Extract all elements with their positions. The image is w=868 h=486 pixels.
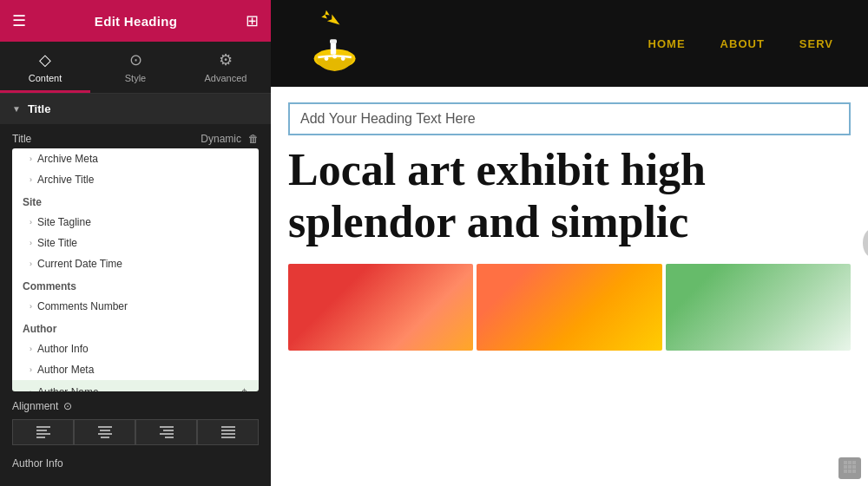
- dynamic-label[interactable]: Dynamic: [201, 133, 241, 145]
- nav-about[interactable]: ABOUT: [720, 37, 765, 50]
- arrow-icon: ›: [30, 388, 32, 391]
- top-bar: ☰ Edit Heading ⊞: [0, 0, 271, 42]
- arrow-icon: ›: [30, 218, 32, 227]
- author-info-section: Author Info: [0, 450, 271, 476]
- tab-content-label: Content: [29, 73, 62, 83]
- arrow-icon: ›: [30, 259, 32, 268]
- delete-icon[interactable]: 🗑: [248, 133, 259, 145]
- image-thumb-2: [477, 264, 661, 351]
- large-heading-line2: splendor and simplic: [288, 197, 688, 246]
- dropdown-item-archive-meta[interactable]: › Archive Meta: [12, 148, 259, 169]
- heading-placeholder-text: Add Your Heading Text Here: [300, 111, 476, 126]
- dropdown-item-archive-title[interactable]: › Archive Title: [12, 169, 259, 190]
- title-actions: Dynamic 🗑: [201, 133, 259, 145]
- logo-icon: [306, 9, 375, 78]
- item-label: Current Date Time: [37, 258, 122, 270]
- svg-rect-25: [844, 465, 847, 469]
- dropdown-item-author-name[interactable]: › Author Name ⌖: [12, 380, 259, 391]
- svg-rect-14: [221, 433, 235, 435]
- alignment-icon: ⊙: [63, 400, 72, 412]
- alignment-label: Alignment ⊙: [12, 400, 259, 412]
- tab-advanced[interactable]: ⚙ Advanced: [181, 42, 271, 93]
- svg-point-20: [332, 55, 337, 59]
- arrow-icon: ›: [30, 365, 32, 374]
- title-field-label: Title: [12, 133, 31, 145]
- svg-rect-15: [221, 437, 235, 438]
- advanced-tab-icon: ⚙: [219, 50, 233, 69]
- tab-content[interactable]: ◇ Content: [0, 42, 90, 93]
- arrow-icon: ›: [30, 175, 32, 184]
- svg-rect-18: [330, 39, 337, 43]
- alignment-buttons: [12, 419, 259, 445]
- bottom-right-grid-icon[interactable]: [838, 457, 861, 479]
- svg-rect-6: [98, 433, 112, 435]
- item-label: Site Title: [37, 237, 77, 249]
- dropdown-item-site-tagline[interactable]: › Site Tagline: [12, 212, 259, 233]
- section-title-header[interactable]: ▼ Title: [0, 94, 271, 124]
- hamburger-icon[interactable]: ☰: [12, 11, 26, 30]
- item-label: Author Info: [37, 343, 89, 355]
- align-right-button[interactable]: [135, 419, 197, 445]
- svg-rect-10: [160, 433, 174, 435]
- website-header: HOME ABOUT SERV: [271, 0, 868, 87]
- group-label-site: Site: [12, 190, 259, 212]
- svg-rect-8: [160, 426, 174, 428]
- tab-style-label: Style: [125, 73, 146, 83]
- align-center-button[interactable]: [74, 419, 135, 445]
- svg-point-21: [341, 56, 345, 61]
- alignment-section: Alignment ⊙: [0, 391, 271, 450]
- content-area: Add Your Heading Text Here Local art exh…: [271, 87, 868, 486]
- tab-style[interactable]: ⊙ Style: [90, 42, 181, 93]
- svg-rect-7: [101, 437, 109, 438]
- dropdown-item-comments-number[interactable]: › Comments Number: [12, 296, 259, 317]
- dropdown-item-author-info[interactable]: › Author Info: [12, 338, 259, 359]
- svg-rect-27: [852, 465, 856, 469]
- section-arrow-icon: ▼: [12, 104, 21, 114]
- tab-advanced-label: Advanced: [205, 73, 247, 83]
- item-label: Archive Meta: [37, 153, 98, 165]
- svg-point-19: [325, 56, 329, 61]
- panel-content: ▼ Title Title Dynamic 🗑 › Archive Meta ›…: [0, 94, 271, 486]
- grid-icon[interactable]: ⊞: [246, 11, 259, 30]
- title-dropdown[interactable]: › Archive Meta › Archive Title Site › Si…: [12, 148, 259, 391]
- author-info-label: Author Info: [12, 457, 63, 470]
- section-title-label: Title: [28, 102, 51, 115]
- svg-rect-17: [331, 42, 336, 54]
- item-label: Archive Title: [37, 174, 94, 186]
- svg-rect-13: [221, 430, 235, 431]
- svg-rect-0: [36, 426, 50, 428]
- svg-rect-29: [848, 470, 852, 473]
- item-label: Comments Number: [37, 300, 128, 312]
- arrow-icon: ›: [30, 239, 32, 247]
- nav-home[interactable]: HOME: [648, 37, 686, 50]
- heading-input[interactable]: Add Your Heading Text Here: [288, 102, 851, 135]
- arrow-icon: ›: [30, 302, 32, 311]
- image-thumb-3: [666, 264, 851, 351]
- image-row: [271, 264, 868, 351]
- svg-rect-2: [36, 433, 50, 435]
- svg-rect-12: [221, 426, 235, 428]
- dropdown-item-current-date-time[interactable]: › Current Date Time: [12, 253, 259, 274]
- arrow-icon: ›: [30, 154, 32, 163]
- website-nav: HOME ABOUT SERV: [648, 37, 833, 50]
- item-label: Author Meta: [37, 364, 94, 376]
- group-label-comments: Comments: [12, 274, 259, 296]
- svg-rect-26: [848, 465, 852, 469]
- website-logo: [306, 9, 375, 78]
- align-left-button[interactable]: [12, 419, 74, 445]
- svg-rect-11: [165, 437, 174, 438]
- svg-rect-30: [852, 470, 856, 473]
- nav-serv[interactable]: SERV: [799, 37, 833, 50]
- svg-rect-24: [852, 461, 856, 464]
- title-field-row: Title Dynamic 🗑: [0, 124, 271, 148]
- left-panel: ☰ Edit Heading ⊞ ◇ Content ⊙ Style ⚙ Adv…: [0, 0, 271, 486]
- dropdown-item-author-meta[interactable]: › Author Meta: [12, 359, 259, 380]
- svg-rect-28: [844, 470, 847, 473]
- svg-rect-4: [98, 426, 112, 428]
- large-heading-line1: Local art exhibit high: [288, 145, 706, 194]
- item-label: Site Tagline: [37, 216, 91, 228]
- svg-rect-23: [848, 461, 852, 464]
- alignment-text: Alignment: [12, 400, 58, 412]
- dropdown-item-site-title[interactable]: › Site Title: [12, 233, 259, 253]
- align-justify-button[interactable]: [197, 419, 259, 445]
